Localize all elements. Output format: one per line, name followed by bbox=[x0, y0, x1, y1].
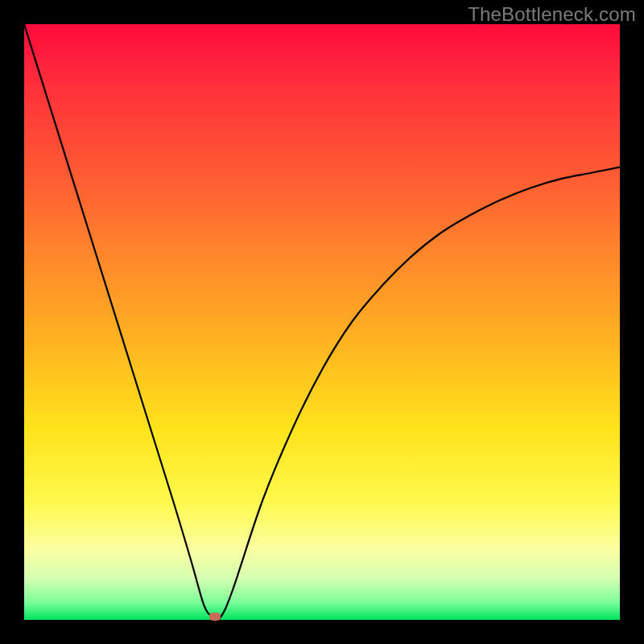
min-point-marker bbox=[209, 613, 221, 621]
curve-svg bbox=[24, 24, 620, 620]
chart-frame: TheBottleneck.com bbox=[0, 0, 644, 644]
watermark-text: TheBottleneck.com bbox=[468, 3, 636, 26]
plot-area bbox=[24, 24, 620, 620]
bottleneck-curve bbox=[24, 24, 620, 619]
